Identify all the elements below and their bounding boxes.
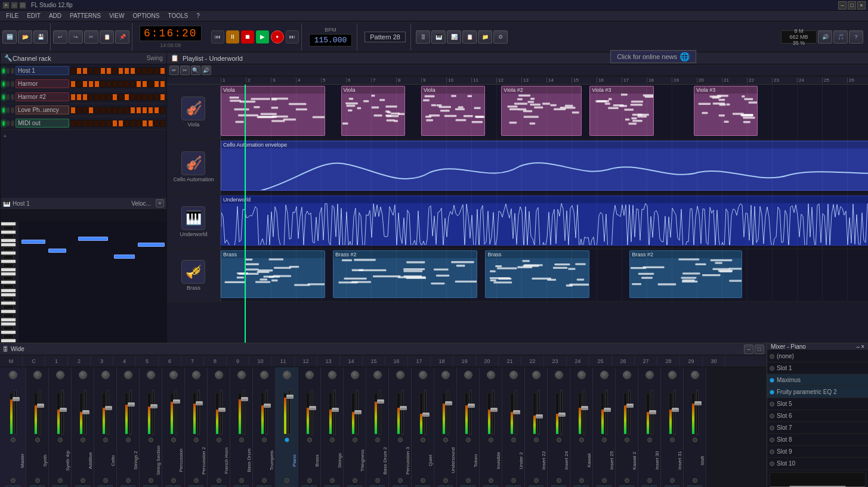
step-pad[interactable] — [142, 107, 147, 114]
step-pad[interactable] — [88, 107, 94, 114]
mute-led[interactable] — [375, 478, 380, 483]
mixer-view-1[interactable]: – — [744, 345, 753, 354]
piano-key[interactable] — [3, 255, 14, 259]
fader-track[interactable] — [197, 390, 200, 435]
send-led[interactable] — [625, 438, 629, 442]
send-led[interactable] — [194, 438, 199, 442]
fader-track[interactable] — [61, 390, 64, 435]
piano-note[interactable] — [114, 255, 135, 259]
piano-key[interactable] — [3, 263, 14, 268]
track-content[interactable]: ViolaViolaViolaViola #2Viola #3Viola #3 — [221, 85, 868, 139]
step-pad[interactable] — [106, 80, 112, 88]
fader-track[interactable] — [628, 390, 631, 435]
window-controls[interactable]: – □ × — [838, 1, 866, 10]
fader-track[interactable] — [288, 390, 291, 435]
track-clip[interactable]: Underworld — [221, 196, 868, 246]
step-pad[interactable] — [160, 107, 165, 114]
mute-led[interactable] — [466, 478, 471, 483]
insert-slot-2[interactable]: Slot 1 — [767, 362, 868, 374]
step-pad[interactable] — [100, 120, 106, 127]
fader-handle[interactable] — [218, 408, 226, 412]
step-pad[interactable] — [94, 94, 100, 101]
piano-key[interactable] — [1, 243, 16, 247]
fader-handle[interactable] — [422, 412, 430, 417]
step-pad[interactable] — [100, 94, 106, 101]
piano-roll-grid[interactable] — [18, 222, 166, 343]
fader-track[interactable] — [379, 390, 381, 435]
mixer-channel-shift[interactable]: Shift — [684, 367, 706, 487]
fader-track[interactable] — [265, 390, 268, 435]
step-pad[interactable] — [112, 120, 118, 127]
mixer-channel-piano[interactable]: Piano — [276, 367, 298, 487]
step-pad[interactable] — [136, 120, 141, 127]
channel-row-harmor[interactable]: Harmor — [1, 77, 166, 91]
step-pad[interactable] — [148, 107, 153, 114]
midi-btn[interactable]: 🎵 — [833, 30, 848, 44]
piano-key[interactable] — [1, 330, 16, 334]
mixer-channel-thingness[interactable]: Thingness — [344, 367, 366, 487]
step-pad[interactable] — [124, 94, 129, 101]
mixer-channel-kawaii[interactable]: Kawaii — [570, 367, 593, 487]
play-button[interactable]: ▶ — [256, 30, 269, 44]
pan-knob[interactable] — [79, 371, 87, 379]
pan-knob[interactable] — [169, 371, 178, 379]
pan-knob[interactable] — [441, 371, 450, 379]
step-pad[interactable] — [118, 120, 123, 127]
channel-led[interactable] — [2, 107, 5, 113]
send-led[interactable] — [579, 438, 584, 442]
piano-key[interactable] — [1, 343, 16, 343]
pl-tool-2[interactable]: ✂ — [180, 66, 190, 75]
pattern-display[interactable]: Pattern 28 — [365, 32, 406, 42]
step-pad[interactable] — [124, 80, 129, 88]
piano-key[interactable] — [3, 276, 14, 280]
pan-knob[interactable] — [328, 371, 336, 379]
step-pad[interactable] — [160, 120, 165, 127]
mixer-channel-kawaii-2[interactable]: Kawaii 2 — [616, 367, 638, 487]
pl-tool-4[interactable]: 🔊 — [202, 66, 211, 75]
fader-handle[interactable] — [264, 404, 271, 408]
fader-handle[interactable] — [196, 401, 203, 405]
pan-knob[interactable] — [532, 371, 540, 379]
send-led[interactable] — [149, 438, 153, 442]
mute-led[interactable] — [421, 478, 425, 483]
fader-handle[interactable] — [354, 410, 362, 414]
send-led[interactable] — [217, 438, 221, 442]
mute-led[interactable] — [625, 478, 629, 483]
step-pad[interactable] — [142, 94, 147, 101]
send-led[interactable] — [443, 438, 448, 442]
news-bar[interactable]: Click for online news 🌐 — [610, 50, 696, 63]
fader-track[interactable] — [311, 390, 313, 435]
step-pad[interactable] — [106, 120, 112, 127]
track-content[interactable]: Underworld — [221, 194, 868, 249]
fader-track[interactable] — [515, 390, 517, 435]
step-pad[interactable] — [112, 67, 118, 75]
help-icon-btn[interactable]: ? — [849, 30, 863, 44]
mute-led[interactable] — [489, 478, 493, 483]
fader-handle[interactable] — [604, 408, 611, 412]
step-pad[interactable] — [82, 80, 88, 88]
step-pad[interactable] — [70, 80, 76, 88]
mute-led[interactable] — [557, 478, 561, 483]
step-pad[interactable] — [130, 107, 135, 114]
browser-btn[interactable]: 📁 — [478, 30, 492, 44]
fader-track[interactable] — [333, 390, 336, 435]
fader-track[interactable] — [129, 390, 132, 435]
channel-rack-btn[interactable]: 📊 — [447, 30, 461, 44]
mixer-channel-additive[interactable]: Additive — [72, 367, 94, 487]
rewind-button[interactable]: ⏮ — [211, 30, 224, 44]
mute-led[interactable] — [511, 478, 516, 483]
mixer-channel-insert-24[interactable]: Insert 24 — [548, 367, 570, 487]
fader-track[interactable] — [424, 390, 427, 435]
mixer-channel-synth[interactable]: Synth — [26, 367, 49, 487]
piano-key[interactable] — [1, 322, 16, 326]
mixer-btn[interactable]: 🎛 — [416, 30, 430, 44]
channel-mute-led[interactable] — [7, 94, 10, 100]
channel-led[interactable] — [2, 94, 5, 100]
piano-key[interactable] — [3, 305, 14, 309]
mixer-channel-brass[interactable]: Brass — [298, 367, 321, 487]
fader-handle[interactable] — [332, 408, 339, 412]
piano-note[interactable] — [48, 249, 66, 253]
mixer-channel-insert-30[interactable]: Insert 30 — [638, 367, 661, 487]
fader-handle[interactable] — [173, 399, 180, 404]
pl-tool-3[interactable]: 🔍 — [191, 66, 200, 75]
